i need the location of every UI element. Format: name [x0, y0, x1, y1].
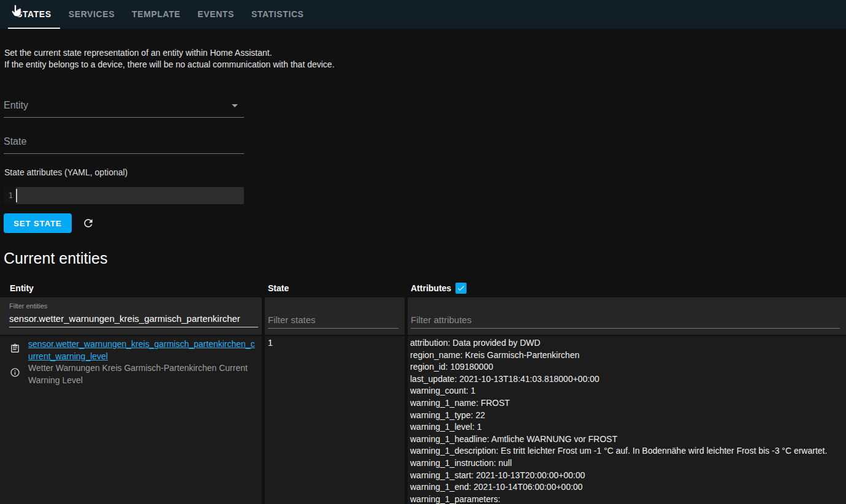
state-attributes-label: State attributes (YAML, optional): [4, 167, 846, 177]
filter-entity-cell: Filter entities: [0, 297, 262, 335]
attribute-line: warning_1_description: Es tritt leichter…: [410, 445, 844, 457]
state-cell: 1: [265, 336, 405, 504]
state-input[interactable]: State: [4, 134, 244, 154]
entities-table-header: Entity State Attributes: [0, 281, 846, 296]
column-header-attributes: Attributes: [408, 283, 846, 294]
refresh-icon[interactable]: [82, 217, 94, 229]
attribute-line: attribution: Data provided by DWD: [410, 337, 844, 349]
current-entities-title: Current entities: [4, 250, 846, 267]
attribute-line: warning_1_instruction: null: [410, 457, 844, 470]
entity-cell: sensor.wetter_warnungen_kreis_garmisch_p…: [0, 336, 262, 504]
tab-events[interactable]: EVENTS: [189, 0, 243, 29]
entities-table: Entity State Attributes Filter entities: [0, 281, 846, 504]
filter-attributes-cell: [408, 297, 846, 335]
attributes-checkbox[interactable]: [455, 283, 467, 294]
entity-picker[interactable]: Entity: [4, 97, 244, 118]
set-state-button[interactable]: SET STATE: [4, 213, 72, 233]
attributes-cell: attribution: Data provided by DWDregion_…: [408, 336, 846, 504]
entity-id-link[interactable]: sensor.wetter_warnungen_kreis_garmisch_p…: [28, 339, 255, 361]
yaml-editor[interactable]: 1: [4, 187, 244, 204]
tab-statistics[interactable]: STATISTICS: [243, 0, 313, 29]
state-input-label: State: [4, 136, 26, 147]
entities-filter-row: Filter entities: [0, 297, 846, 335]
editor-line-number: 1: [4, 187, 16, 204]
entity-friendly-name: Wetter Warnungen Kreis Garmisch-Partenki…: [28, 362, 258, 386]
attribute-line: region_name: Kreis Garmisch-Partenkirche…: [410, 349, 844, 362]
intro-line-1: Set the current state representation of …: [4, 47, 846, 59]
state-form-actions: SET STATE: [4, 213, 846, 233]
entity-info-icon[interactable]: [10, 367, 20, 378]
filter-entities-input[interactable]: [9, 313, 258, 327]
attributes-list: attribution: Data provided by DWDregion_…: [410, 337, 844, 504]
states-intro-text: Set the current state representation of …: [4, 47, 846, 71]
filter-states-input[interactable]: [268, 315, 398, 329]
attribute-line: warning_count: 1: [410, 385, 844, 397]
filter-entities-label: Filter entities: [9, 302, 258, 310]
tab-template[interactable]: TEMPLATE: [123, 0, 189, 29]
entity-table-row: sensor.wetter_warnungen_kreis_garmisch_p…: [0, 336, 846, 504]
entity-picker-label: Entity: [4, 100, 28, 110]
attribute-line: warning_1_parameters:: [410, 494, 844, 504]
attribute-line: warning_1_headline: Amtliche WARNUNG vor…: [410, 433, 844, 446]
column-header-attributes-label: Attributes: [411, 283, 451, 293]
editor-content-area[interactable]: [16, 187, 244, 204]
tab-services[interactable]: SERVICES: [60, 0, 123, 29]
filter-state-cell: [265, 297, 405, 335]
copy-entity-id-icon[interactable]: [10, 343, 20, 354]
chevron-down-icon: [232, 104, 238, 107]
developer-tools-tab-bar: STATES SERVICES TEMPLATE EVENTS STATISTI…: [0, 0, 846, 29]
tab-states[interactable]: STATES: [8, 0, 60, 29]
attribute-line: region_id: 109180000: [410, 361, 844, 373]
attribute-line: warning_1_name: FROST: [410, 397, 844, 410]
column-header-state: State: [265, 283, 405, 293]
attribute-line: warning_1_type: 22: [410, 410, 844, 422]
attribute-line: warning_1_end: 2021-10-14T06:00:00+00:00: [410, 481, 844, 494]
filter-attributes-input[interactable]: [411, 315, 840, 329]
text-caret: [16, 189, 17, 202]
attribute-line: warning_1_start: 2021-10-13T20:00:00+00:…: [410, 470, 844, 482]
column-header-entity: Entity: [0, 283, 262, 293]
attribute-line: warning_1_level: 1: [410, 421, 844, 433]
attribute-line: last_update: 2021-10-13T18:41:03.818000+…: [410, 373, 844, 386]
intro-line-2: If the entity belongs to a device, there…: [4, 59, 846, 71]
